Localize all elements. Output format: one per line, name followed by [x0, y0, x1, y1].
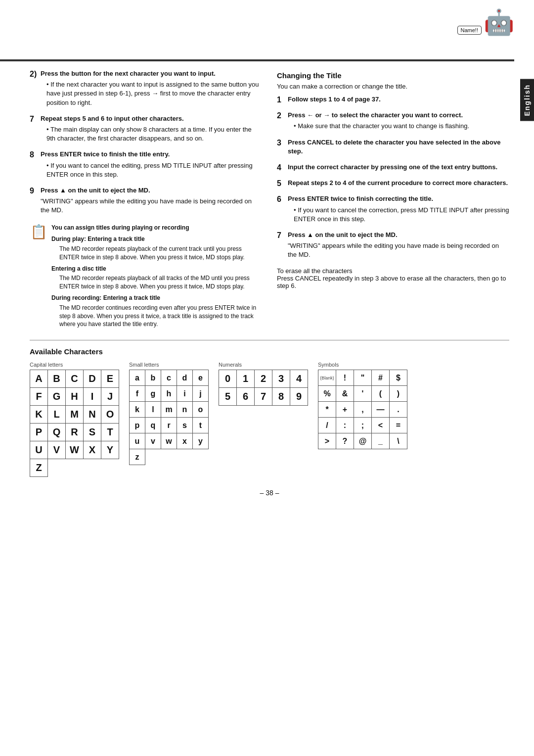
char-cell: 5 — [219, 388, 237, 406]
r-step-2-block: 2 Press ← or → to select the character y… — [277, 111, 509, 133]
char-cell: , — [354, 402, 372, 418]
erase-text: Press CANCEL repeatedly in step 3 above … — [277, 275, 509, 289]
step-2-bullet: If the next character you want to input … — [46, 80, 262, 107]
char-cell: / — [318, 418, 336, 433]
small-letters-table: abcdefghijklmnopqrstuvwxyz — [129, 370, 209, 465]
english-tab: English — [520, 79, 534, 121]
char-cell: u — [130, 433, 145, 449]
r-step-5-num: 5 — [277, 179, 286, 188]
char-cell: W — [66, 441, 84, 459]
capital-letters-group: Capital letters ABCDEFGHIJKLMNOPQRSTUVWX… — [30, 362, 119, 477]
char-cell: g — [145, 386, 161, 402]
step-9-block: 9 Press ▲ on the unit to eject the MD. "… — [30, 186, 262, 217]
r-step-7-num: 7 — [277, 231, 286, 240]
notes-header: You can assign titles during playing or … — [51, 224, 262, 232]
r-step-4-num: 4 — [277, 163, 286, 172]
step-8-content: Press ENTER twice to finish the title en… — [41, 150, 262, 181]
char-cell: V — [48, 441, 66, 459]
two-column-layout: 2) Press the button for the next charact… — [30, 69, 509, 330]
char-cell: S — [84, 424, 101, 441]
step-7-content: Repeat steps 5 and 6 to input other char… — [41, 114, 262, 145]
step-2-num: 2) — [30, 69, 39, 79]
char-cell: R — [66, 424, 84, 441]
robot-icon: 🤖 — [484, 10, 514, 35]
char-cell: z — [130, 449, 145, 465]
step-7-bold: Repeat steps 5 and 6 to input other char… — [41, 115, 184, 122]
char-cell: h — [161, 386, 177, 402]
char-cell: t — [193, 418, 209, 433]
step-9-content: Press ▲ on the unit to eject the MD. "WR… — [41, 186, 262, 217]
char-cell: n — [177, 402, 193, 418]
char-cell: I — [84, 388, 101, 406]
step-2-block: 2) Press the button for the next charact… — [30, 69, 262, 109]
erase-section: To erase all the characters Press CANCEL… — [277, 267, 509, 289]
top-rule — [0, 59, 514, 61]
notes-box: 📋 You can assign titles during playing o… — [30, 224, 262, 330]
available-chars-heading: Available Characters — [30, 347, 509, 356]
char-cell: k — [130, 402, 145, 418]
r-step-7-block: 7 Press ▲ on the unit to eject the MD. "… — [277, 231, 509, 262]
r-step-2-bullet: Make sure that the character you want to… — [294, 122, 509, 131]
char-cell: o — [193, 402, 209, 418]
char-cell — [161, 449, 177, 465]
char-cell: F — [30, 388, 48, 406]
char-cell: w — [161, 433, 177, 449]
char-cell: X — [84, 441, 101, 459]
section-divider — [30, 340, 509, 340]
step-9-text: "WRITING" appears while the editing you … — [41, 197, 262, 215]
char-cell: m — [161, 402, 177, 418]
char-cell: v — [145, 433, 161, 449]
notes-content: You can assign titles during playing or … — [51, 224, 262, 330]
char-cell: \ — [390, 433, 407, 449]
r-step-1-block: 1 Follow steps 1 to 4 of page 37. — [277, 95, 509, 106]
notes-disc-title-label: Entering a disc title — [51, 265, 262, 273]
char-cell: 4 — [290, 370, 308, 388]
r-step-1-bold: Follow steps 1 to 4 of page 37. — [288, 95, 381, 103]
r-step-3-bold: Press CANCEL to delete the character you… — [288, 139, 500, 155]
step-2-content: Press the button for the next character … — [41, 69, 262, 109]
char-cell: + — [336, 402, 354, 418]
char-cell: = — [390, 418, 407, 433]
char-cell: y — [193, 433, 209, 449]
char-cell: A — [30, 370, 48, 388]
step-9-num: 9 — [30, 186, 39, 195]
r-step-2-bold: Press ← or → to select the character you… — [288, 111, 463, 119]
char-cell: ! — [336, 370, 354, 386]
char-cell: ? — [336, 433, 354, 449]
char-cell: i — [177, 386, 193, 402]
char-cell: . — [390, 402, 407, 418]
char-cell: 3 — [272, 370, 290, 388]
r-step-6-num: 6 — [277, 194, 286, 204]
step-8-num: 8 — [30, 150, 39, 159]
symbols-table: (Blank)!"#$%&'()*+,—./:;<=>?@_\ — [318, 370, 407, 449]
r-step-4-bold: Input the correct character by pressing … — [288, 163, 497, 171]
char-cell: Y — [101, 441, 119, 459]
changing-title-heading: Changing the Title — [277, 71, 509, 80]
char-cell: D — [84, 370, 101, 388]
char-cell: f — [130, 386, 145, 402]
char-cell: T — [101, 424, 119, 441]
char-cell: _ — [372, 433, 390, 449]
symbols-group: Symbols (Blank)!"#$%&'()*+,—./:;<=>?@_\ — [318, 362, 407, 449]
char-cell: p — [130, 418, 145, 433]
r-step-4-content: Input the correct character by pressing … — [288, 163, 509, 174]
char-cell: j — [193, 386, 209, 402]
numerals-group: Numerals 0123456789 — [219, 362, 308, 406]
notes-icon: 📋 — [30, 224, 47, 240]
capital-letters-table: ABCDEFGHIJKLMNOPQRSTUVWXYZ — [30, 370, 119, 477]
char-cell: & — [336, 386, 354, 402]
char-cell: — — [372, 402, 390, 418]
symbols-label: Symbols — [318, 362, 407, 368]
step-7-bullet: The main display can only show 8 charact… — [46, 125, 262, 143]
char-cell: 7 — [255, 388, 272, 406]
char-cell — [66, 459, 84, 477]
changing-title-intro: You can make a correction or change the … — [277, 83, 509, 90]
char-cell: q — [145, 418, 161, 433]
char-cell: U — [30, 441, 48, 459]
notes-disc-title-text: The MD recorder repeats playback of all … — [59, 274, 262, 291]
char-cell: H — [66, 388, 84, 406]
char-cell: : — [336, 418, 354, 433]
char-cell: 9 — [290, 388, 308, 406]
r-step-7-content: Press ▲ on the unit to eject the MD. "WR… — [288, 231, 509, 262]
char-cell: G — [48, 388, 66, 406]
